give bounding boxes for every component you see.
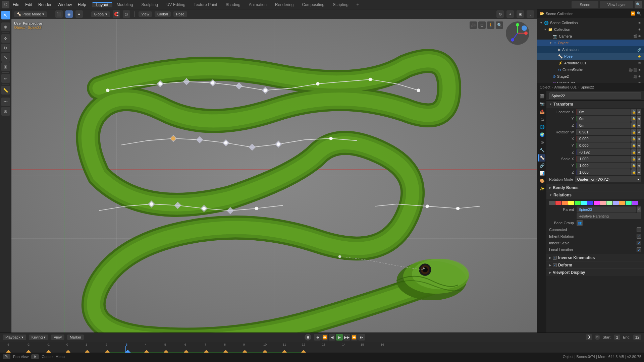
tab-layout[interactable]: Layout xyxy=(92,2,112,7)
viewport-menu[interactable]: ⋮ xyxy=(527,10,534,18)
view-layer-selector[interactable]: View Layer xyxy=(600,1,633,8)
keyframe-marker[interactable] xyxy=(263,350,267,353)
scene-selector[interactable]: Scene xyxy=(572,1,598,8)
keyframe-marker[interactable] xyxy=(243,350,247,353)
rotation-w-field[interactable]: 0.981 xyxy=(577,129,631,135)
tab-rendering[interactable]: Rendering xyxy=(271,2,298,7)
prev-frame-button[interactable]: ◀ xyxy=(329,334,335,341)
rotation-y-anim[interactable]: ◆ xyxy=(637,142,641,148)
viewport-display-section[interactable]: ▶ Viewport Display xyxy=(546,269,644,276)
bone-name-input[interactable] xyxy=(549,93,641,99)
local-location-checkbox[interactable]: ✓ xyxy=(637,247,641,252)
deform-section[interactable]: ▶ ✓ Deform xyxy=(546,261,644,269)
visibility-icon[interactable]: 👁 xyxy=(638,68,641,72)
keyframe-marker[interactable] xyxy=(144,350,149,353)
pose-menu[interactable]: Pose xyxy=(173,11,187,17)
scale-z-anim[interactable]: ◆ xyxy=(637,169,641,175)
camera-icon[interactable]: 🎥 xyxy=(633,75,637,78)
rotation-w-lock[interactable]: 🔒 xyxy=(631,129,636,135)
pose-mode-selector[interactable]: 🦴 Pose Mode ▾ xyxy=(14,11,47,17)
inherit-rotation-checkbox[interactable]: ✓ xyxy=(637,234,641,239)
select-menu[interactable]: Global xyxy=(155,11,171,17)
prev-keyframe-button[interactable]: ⏪ xyxy=(321,334,328,341)
rotate-tool[interactable]: ↻ xyxy=(1,44,10,52)
color-cell[interactable] xyxy=(619,201,625,205)
modifier-props-icon[interactable]: 🔧 xyxy=(538,146,545,154)
outliner-item-greensnake[interactable]: ▶ ⊙ GreenSnake 🎥 ⬛ 👁 xyxy=(537,66,644,73)
outliner-item-pose[interactable]: ▶ 🦴 Pose ⚡ xyxy=(537,53,644,60)
ik-checkbox[interactable]: ✓ xyxy=(553,256,557,260)
outliner-item-object[interactable]: ▼ ⊙ Object xyxy=(537,40,644,46)
view-layer-props-icon[interactable]: 🗂 xyxy=(538,116,545,123)
proportional-edit[interactable]: ◎ xyxy=(123,10,130,18)
scale-y-field[interactable]: 1.000 xyxy=(577,163,631,169)
color-cell[interactable] xyxy=(626,201,632,205)
render-props-icon[interactable]: 📷 xyxy=(538,100,545,108)
bone-roll-tool[interactable]: ⊛ xyxy=(1,107,10,116)
end-frame-field[interactable]: 12 xyxy=(633,335,641,340)
gizmo-toggle[interactable]: ⌖ xyxy=(506,10,514,18)
menu-render[interactable]: Render xyxy=(36,2,54,8)
color-cell[interactable] xyxy=(562,201,568,205)
outliner-item-camera[interactable]: ▶ 📷 Camera 🎬 👁 xyxy=(537,33,644,40)
playback-menu[interactable]: Playback ▾ xyxy=(3,335,26,340)
outliner-item-stage2[interactable]: ▶ ⊙ Stage2 🎥 👁 xyxy=(537,73,644,80)
play-button[interactable]: ▶ xyxy=(336,334,343,341)
xray-toggle[interactable]: ▣ xyxy=(517,10,524,18)
scale-x-field[interactable]: 1.000 xyxy=(577,156,631,162)
current-frame-display[interactable]: 3 xyxy=(586,334,592,340)
relations-header[interactable]: ▼ Relations xyxy=(546,191,644,199)
rotation-mode-select[interactable]: Quaternion (WXYZ) ▾ xyxy=(575,176,641,182)
select-tool[interactable]: ↖ xyxy=(1,11,10,19)
transform-header[interactable]: ▼ Transform xyxy=(546,101,644,108)
gizmo[interactable]: X Y xyxy=(506,21,533,48)
tab-compositing[interactable]: Compositing xyxy=(298,2,328,7)
location-y-lock[interactable]: 🔒 xyxy=(631,116,636,122)
render-icon[interactable]: 🎬 xyxy=(633,35,637,38)
bendy-bones-section[interactable]: ▶ Bendy Bones xyxy=(546,184,644,191)
viewport-shading-solid[interactable]: ⬛ xyxy=(55,10,63,18)
visibility-icon[interactable]: 👁 xyxy=(638,75,641,78)
location-y-field[interactable]: 0m xyxy=(577,116,631,122)
outliner-item-animation[interactable]: ▶ ▶ Animation 🔗 xyxy=(537,46,644,53)
next-frame-button[interactable]: ▶▶ xyxy=(343,334,350,341)
rotation-x-lock[interactable]: 🔒 xyxy=(631,136,636,142)
location-x-anim[interactable]: ◆ xyxy=(637,109,641,115)
visibility-icon[interactable]: 👁 xyxy=(638,21,641,25)
relative-parenting-field[interactable]: Relative Parenting xyxy=(577,213,641,219)
marker-menu[interactable]: Marker xyxy=(67,335,84,340)
scale-tool[interactable]: ⤡ xyxy=(1,53,10,62)
scale-y-anim[interactable]: ◆ xyxy=(637,163,641,169)
snap-toggle[interactable]: 🧲 xyxy=(113,10,120,18)
scale-y-lock[interactable]: 🔒 xyxy=(631,163,636,169)
search-icon[interactable]: 🔍 xyxy=(635,1,642,8)
color-cell[interactable] xyxy=(549,201,555,205)
menu-edit[interactable]: Edit xyxy=(22,2,35,8)
rotation-z-field[interactable]: -0.192 xyxy=(577,149,631,155)
keying-menu[interactable]: Keying ▾ xyxy=(29,335,49,340)
menu-help[interactable]: Help xyxy=(75,2,89,8)
start-frame-field[interactable]: 2 xyxy=(614,335,620,340)
next-keyframe-button[interactable]: ⏩ xyxy=(351,334,358,341)
material-props-icon[interactable]: 🎨 xyxy=(538,177,545,185)
outliner-item-scene-collection[interactable]: ▼ 🌐 Scene Collection 👁 xyxy=(537,19,644,26)
color-cell[interactable] xyxy=(568,201,574,205)
scene-props2-icon[interactable]: 🌐 xyxy=(538,123,545,131)
add-workspace-button[interactable]: ＋ xyxy=(353,2,362,7)
record-button[interactable]: ⏺ xyxy=(305,334,311,341)
color-cell[interactable] xyxy=(632,201,638,205)
scale-x-anim[interactable]: ◆ xyxy=(637,156,641,162)
color-cell[interactable] xyxy=(600,201,606,205)
world-props-icon[interactable]: 🌍 xyxy=(538,131,545,138)
tab-sculpting[interactable]: Sculpting xyxy=(138,2,162,7)
visibility-icon[interactable]: 👁 xyxy=(638,28,641,32)
cursor-tool[interactable]: ⊕ xyxy=(1,22,10,31)
keyframe-marker[interactable] xyxy=(223,350,228,353)
walk-nav-icon[interactable]: 🚶 xyxy=(487,21,494,29)
tab-texture-paint[interactable]: Texture Paint xyxy=(190,2,221,7)
blender-logo[interactable]: ⬡ xyxy=(2,1,9,8)
outliner-item-armature[interactable]: ▶ ⚡ Armature.001 👁 xyxy=(537,60,644,66)
rotation-y-lock[interactable]: 🔒 xyxy=(631,142,636,148)
menu-window[interactable]: Window xyxy=(55,2,74,8)
measure-tool[interactable]: 📏 xyxy=(1,86,10,95)
